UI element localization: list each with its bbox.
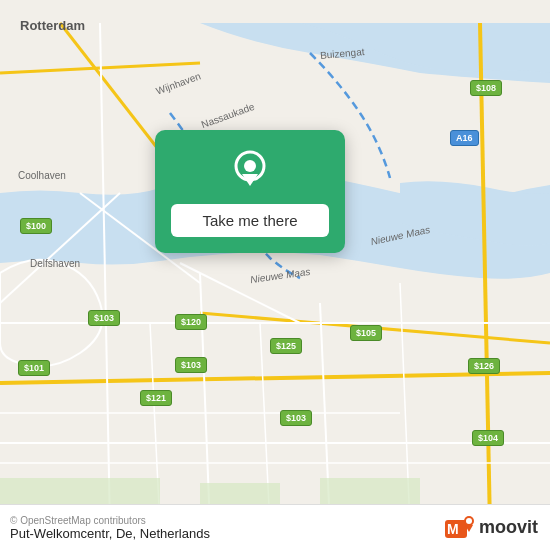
- moovit-icon: M: [443, 512, 475, 544]
- badge-s104: $104: [472, 430, 504, 446]
- attribution-text: © OpenStreetMap contributors: [10, 515, 210, 526]
- badge-s103b: $103: [175, 357, 207, 373]
- overlay-card[interactable]: Take me there: [155, 130, 345, 253]
- badge-a16: A16: [450, 130, 479, 146]
- badge-s101: $101: [18, 360, 50, 376]
- bottom-left: © OpenStreetMap contributors Put-Welkomc…: [10, 515, 210, 541]
- svg-point-23: [244, 160, 256, 172]
- moovit-label: moovit: [479, 517, 538, 538]
- badge-s105: $105: [350, 325, 382, 341]
- map-background: [0, 0, 550, 550]
- map-container: Rotterdam Buizengat Nieuwe Maas Nieuwe M…: [0, 0, 550, 550]
- badge-s121: $121: [140, 390, 172, 406]
- badge-s108: $108: [470, 80, 502, 96]
- badge-s103a: $103: [88, 310, 120, 326]
- location-name-text: Put-Welkomcentr, De, Netherlands: [10, 526, 210, 541]
- location-pin-icon: [228, 148, 272, 192]
- moovit-logo: M moovit: [443, 512, 538, 544]
- badge-s125: $125: [270, 338, 302, 354]
- badge-s126: $126: [468, 358, 500, 374]
- svg-text:M: M: [447, 521, 459, 537]
- badge-s103c: $103: [280, 410, 312, 426]
- badge-s100: $100: [20, 218, 52, 234]
- svg-point-28: [466, 518, 472, 524]
- bottom-bar: © OpenStreetMap contributors Put-Welkomc…: [0, 504, 550, 550]
- badge-s120: $120: [175, 314, 207, 330]
- take-me-there-button[interactable]: Take me there: [171, 204, 329, 237]
